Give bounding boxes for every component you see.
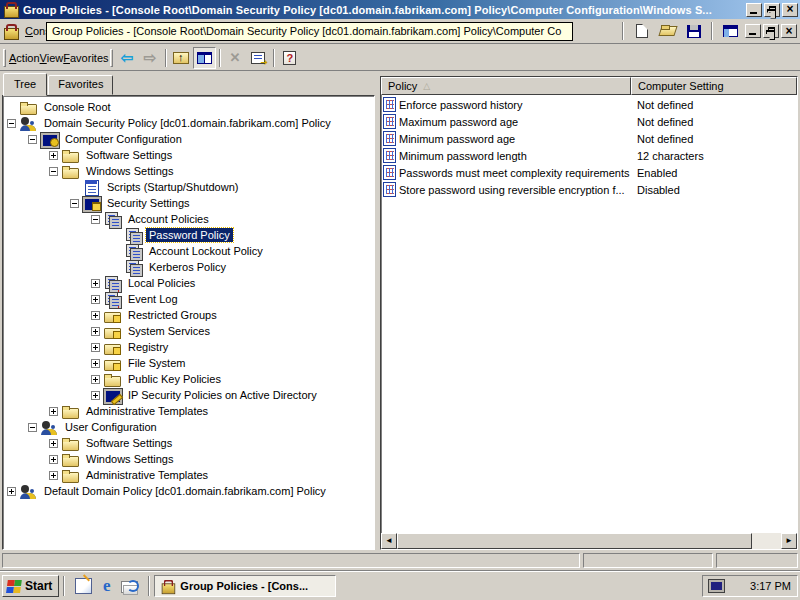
tree-item-windows-settings-user[interactable]: Windows Settings xyxy=(5,451,373,467)
tree-item-label[interactable]: Scripts (Startup/Shutdown) xyxy=(104,180,241,194)
tree-item-label[interactable]: Administrative Templates xyxy=(83,404,211,418)
open-console-button[interactable] xyxy=(656,20,679,42)
close-button[interactable]: × xyxy=(782,3,798,17)
toolbar-grip[interactable] xyxy=(3,49,6,67)
tree-item-password-policy[interactable]: Password Policy xyxy=(5,227,373,243)
tree-item-label[interactable]: Windows Settings xyxy=(83,164,176,178)
tree-item-label[interactable]: Event Log xyxy=(125,292,181,306)
tree-item-label[interactable]: Default Domain Policy [dc01.domain.fabri… xyxy=(41,484,329,498)
new-console-button[interactable] xyxy=(630,20,653,42)
scroll-track[interactable] xyxy=(752,533,781,549)
tree-item-label[interactable]: Windows Settings xyxy=(83,452,176,466)
column-header-computer-setting[interactable]: Computer Setting xyxy=(631,77,797,95)
expander[interactable] xyxy=(7,119,16,128)
expander[interactable] xyxy=(49,167,58,176)
tree-item-label-selected[interactable]: Password Policy xyxy=(146,228,233,242)
start-button[interactable]: Start xyxy=(2,575,59,597)
tree-item-restricted-groups[interactable]: Restricted Groups xyxy=(5,307,373,323)
toolbar-grip[interactable] xyxy=(110,49,113,67)
tree-item-domain-security-policy[interactable]: Domain Security Policy [dc01.domain.fabr… xyxy=(5,115,373,131)
tree-item-label[interactable]: IP Security Policies on Active Directory xyxy=(125,388,320,402)
tree-item-registry[interactable]: Registry xyxy=(5,339,373,355)
tree-item-label[interactable]: File System xyxy=(125,356,188,370)
expander[interactable] xyxy=(91,359,100,368)
tree-item-label[interactable]: Restricted Groups xyxy=(125,308,220,322)
up-one-level-button[interactable] xyxy=(170,47,193,69)
tree-item-software-settings[interactable]: Software Settings xyxy=(5,147,373,163)
expander[interactable] xyxy=(91,343,100,352)
tree-item-label[interactable]: Public Key Policies xyxy=(125,372,224,386)
expander[interactable] xyxy=(49,455,58,464)
tree-item-default-domain-policy[interactable]: Default Domain Policy [dc01.domain.fabri… xyxy=(5,483,373,499)
export-list-button[interactable] xyxy=(247,47,270,69)
tree-item-public-key-policies[interactable]: Public Key Policies xyxy=(5,371,373,387)
list-row-minimum-password-age[interactable]: Minimum password age Not defined xyxy=(381,130,797,147)
tree-item-local-policies[interactable]: Local Policies xyxy=(5,275,373,291)
tree-item-label[interactable]: Security Settings xyxy=(104,196,193,210)
scroll-thumb[interactable] xyxy=(397,533,752,549)
new-window-button[interactable] xyxy=(719,20,742,42)
minimize-button[interactable] xyxy=(746,3,762,17)
tree-item-account-lockout-policy[interactable]: Account Lockout Policy xyxy=(5,243,373,259)
tree-item-label[interactable]: Local Policies xyxy=(125,276,198,290)
tree-item-label[interactable]: Registry xyxy=(125,340,171,354)
child-close-button[interactable]: × xyxy=(781,24,797,38)
tree-item-label[interactable]: Console Root xyxy=(41,100,114,114)
child-minimize-button[interactable] xyxy=(745,24,761,38)
scroll-left-arrow[interactable]: ◄ xyxy=(381,533,397,549)
tab-favorites[interactable]: Favorites xyxy=(48,75,113,95)
column-header-policy[interactable]: Policy △ xyxy=(381,77,631,95)
expander[interactable] xyxy=(49,439,58,448)
restore-button[interactable] xyxy=(764,3,780,17)
show-desktop-icon[interactable] xyxy=(75,578,92,594)
tree-item-event-log[interactable]: Event Log xyxy=(5,291,373,307)
help-button[interactable] xyxy=(278,47,301,69)
expander[interactable] xyxy=(91,215,100,224)
tree-item-system-services[interactable]: System Services xyxy=(5,323,373,339)
expander[interactable] xyxy=(91,375,100,384)
tree-item-ip-security-policies[interactable]: IP Security Policies on Active Directory xyxy=(5,387,373,403)
tree-item-label[interactable]: Domain Security Policy [dc01.domain.fabr… xyxy=(41,116,334,130)
list-row-reversible-encryption[interactable]: Store password using reversible encrypti… xyxy=(381,181,797,198)
outlook-express-icon[interactable] xyxy=(121,581,138,593)
tree-item-label[interactable]: Computer Configuration xyxy=(62,132,185,146)
tree-item-software-settings-user[interactable]: Software Settings xyxy=(5,435,373,451)
expander[interactable] xyxy=(7,487,16,496)
show-hide-console-tree-button[interactable] xyxy=(193,47,216,69)
tree-item-security-settings[interactable]: Security Settings xyxy=(5,195,373,211)
tree-item-label[interactable]: Kerberos Policy xyxy=(146,260,229,274)
tree-item-administrative-templates-user[interactable]: Administrative Templates xyxy=(5,467,373,483)
expander[interactable] xyxy=(49,407,58,416)
tree-item-scripts[interactable]: Scripts (Startup/Shutdown) xyxy=(5,179,373,195)
expander[interactable] xyxy=(91,391,100,400)
list-row-password-complexity[interactable]: Passwords must meet complexity requireme… xyxy=(381,164,797,181)
tree-item-kerberos-policy[interactable]: Kerberos Policy xyxy=(5,259,373,275)
task-button-group-policies[interactable]: Group Policies - [Cons... xyxy=(154,575,336,597)
list-row-maximum-password-age[interactable]: Maximum password age Not defined xyxy=(381,113,797,130)
mmc-console-icon[interactable] xyxy=(3,2,19,17)
tree-item-label[interactable]: Account Policies xyxy=(125,212,212,226)
back-button[interactable]: ⇦ xyxy=(116,47,139,69)
child-restore-button[interactable] xyxy=(763,24,779,38)
tree-item-computer-configuration[interactable]: Computer Configuration xyxy=(5,131,373,147)
expander[interactable] xyxy=(91,279,100,288)
expander[interactable] xyxy=(49,471,58,480)
expander[interactable] xyxy=(70,199,79,208)
list-row-minimum-password-length[interactable]: Minimum password length 12 characters xyxy=(381,147,797,164)
horizontal-scrollbar[interactable]: ◄ ► xyxy=(381,533,797,549)
console-window-icon[interactable] xyxy=(3,24,19,39)
tab-tree[interactable]: Tree xyxy=(3,73,47,96)
delete-button[interactable]: ✕ xyxy=(224,47,247,69)
tree-item-console-root[interactable]: Console Root xyxy=(5,99,373,115)
internet-explorer-icon[interactable]: e xyxy=(98,578,115,594)
expander[interactable] xyxy=(49,151,58,160)
tree-item-account-policies[interactable]: Account Policies xyxy=(5,211,373,227)
tree-item-administrative-templates-computer[interactable]: Administrative Templates xyxy=(5,403,373,419)
tree-item-label[interactable]: Administrative Templates xyxy=(83,468,211,482)
tree-item-label[interactable]: User Configuration xyxy=(62,420,160,434)
menu-action[interactable]: Action xyxy=(9,52,40,64)
expander[interactable] xyxy=(91,311,100,320)
expander[interactable] xyxy=(28,135,37,144)
menu-favorites[interactable]: Favorites xyxy=(63,52,108,64)
tree-item-label[interactable]: System Services xyxy=(125,324,213,338)
